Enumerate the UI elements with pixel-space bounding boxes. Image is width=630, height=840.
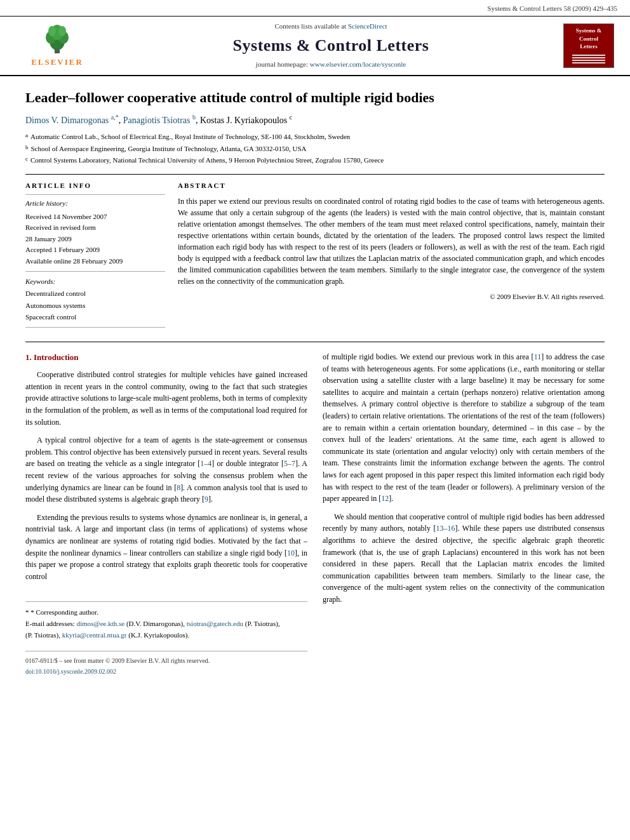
article-title: Leader–follower cooperative attitude con…: [25, 89, 605, 107]
body-content: 1. Introduction Cooperative distributed …: [25, 351, 605, 677]
section-label: Introduction: [34, 352, 79, 362]
abstract-text: In this paper we extend our previous res…: [178, 196, 605, 287]
cover-lines: [570, 53, 608, 65]
intro-title: 1. Introduction: [25, 351, 307, 364]
sciencedirect-link[interactable]: ScienceDirect: [348, 22, 387, 30]
main-content: Leader–follower cooperative attitude con…: [0, 76, 630, 690]
section-number: 1.: [25, 352, 32, 362]
ref-8[interactable]: 8: [177, 483, 180, 492]
history-label: Article history:: [25, 199, 165, 208]
received-date: Received 14 November 2007: [25, 211, 165, 223]
keyword-2: Autonomous systems: [25, 300, 165, 312]
journal-homepage-line: journal homepage: www.elsevier.com/locat…: [108, 60, 554, 69]
ref-5-7[interactable]: 5–7: [284, 459, 295, 468]
svg-point-5: [48, 26, 56, 36]
author-3: Kostas J. Kyriakopoulos c: [200, 116, 292, 125]
bottom-line-1: 0167-6911/$ – see front matter © 2009 El…: [25, 655, 307, 666]
affil-1-text: Automatic Control Lab., School of Electr…: [30, 131, 350, 143]
cover-text: Systems &ControlLetters: [576, 27, 602, 51]
bottom-info: 0167-6911/$ – see front matter © 2009 El…: [25, 651, 307, 677]
logo-container: ELSEVIER: [31, 23, 83, 68]
right-para-1: of multiple rigid bodies. We extend our …: [323, 351, 605, 505]
ref-11[interactable]: 11: [534, 352, 542, 361]
sciencedirect-line: Contents lists available at ScienceDirec…: [108, 22, 554, 31]
svg-point-6: [58, 26, 66, 36]
elsevier-tree-icon: [38, 23, 76, 55]
intro-para-3: Extending the previous results to system…: [25, 512, 307, 583]
journal-cover-area: Systems &ControlLetters: [554, 23, 624, 68]
journal-info-bar: Systems & Control Letters 58 (2009) 429–…: [0, 0, 630, 17]
contents-label: Contents lists available at: [274, 22, 346, 30]
footnote-star: *: [25, 608, 29, 616]
keywords-label: Keywords:: [25, 277, 165, 286]
bottom-line-2[interactable]: doi:10.1016/j.sysconle.2009.02.002: [25, 666, 307, 677]
info-divider-2: [25, 271, 165, 272]
online-date: Available online 28 February 2009: [25, 256, 165, 267]
article-info-col: ARTICLE INFO Article history: Received 1…: [25, 181, 165, 331]
accepted-date: Accepted 1 February 2009: [25, 244, 165, 256]
ref-1-4[interactable]: 1–4: [200, 459, 211, 468]
ref-12[interactable]: 12: [381, 494, 389, 503]
ref-9[interactable]: 9: [204, 495, 208, 503]
journal-header-center: Contents lists available at ScienceDirec…: [108, 22, 554, 69]
keyword-1: Decentralized control: [25, 288, 165, 300]
elsevier-wordmark: ELSEVIER: [31, 57, 83, 68]
affil-3: c Control Systems Laboratory, National T…: [25, 155, 605, 166]
email-2[interactable]: tsiotras@gatech.edu: [187, 620, 243, 627]
authors-line: Dimos V. Dimarogonas a,*, Panagiotis Tsi…: [25, 113, 605, 126]
affil-2: b School of Aerospace Engineering, Georg…: [25, 143, 605, 155]
journal-title: Systems & Control Letters: [108, 34, 554, 57]
intro-para-2: A typical control objective for a team o…: [25, 434, 307, 505]
info-divider-1: [25, 194, 165, 195]
body-divider: [25, 342, 605, 342]
right-para-2: We should mention that cooperative contr…: [323, 511, 605, 606]
affil-3-text: Control Systems Laboratory, National Tec…: [30, 155, 384, 166]
affiliations: a Automatic Control Lab., School of Elec…: [25, 131, 605, 166]
email-label: E-mail addresses:: [25, 620, 75, 627]
homepage-url[interactable]: www.elsevier.com/locate/sysconle: [310, 60, 406, 68]
body-col-left: 1. Introduction Cooperative distributed …: [25, 351, 307, 677]
email-3-name: (K.J. Kyriakopoulos).: [128, 631, 189, 639]
ref-13-16[interactable]: 13–16: [436, 524, 455, 533]
elsevier-logo-area: ELSEVIER: [6, 23, 108, 68]
email-3[interactable]: kkyria@central.ntua.gr: [62, 631, 127, 639]
article-info-title: ARTICLE INFO: [25, 181, 165, 190]
footnote-star-line: * * Corresponding author.: [25, 607, 307, 618]
affil-2-text: School of Aerospace Engineering, Georgia…: [31, 143, 307, 155]
email-3-paren: (P. Tsiotras),: [25, 631, 62, 639]
article-info-abstract: ARTICLE INFO Article history: Received 1…: [25, 181, 605, 331]
author-1[interactable]: Dimos V. Dimarogonas a,*: [25, 116, 119, 125]
body-col-right: of multiple rigid bodies. We extend our …: [323, 351, 605, 677]
main-divider: [25, 174, 605, 175]
keyword-3: Spacecraft control: [25, 311, 165, 323]
footnote-area: * * Corresponding author. E-mail address…: [25, 601, 307, 641]
journal-cover-image: Systems &ControlLetters: [563, 23, 614, 68]
revised-date: Received in revised form28 January 2009: [25, 222, 165, 244]
journal-header: ELSEVIER Contents lists available at Sci…: [0, 17, 630, 76]
info-divider-3: [25, 327, 165, 328]
intro-para-1: Cooperative distributed control strategi…: [25, 369, 307, 428]
corresponding-label: * Corresponding author.: [30, 608, 98, 616]
affil-1: a Automatic Control Lab., School of Elec…: [25, 131, 605, 143]
homepage-label: journal homepage:: [256, 60, 308, 68]
copyright-line: © 2009 Elsevier B.V. All rights reserved…: [178, 292, 605, 302]
email-2-name: (P. Tsiotras),: [245, 620, 280, 627]
email-1-name: (D.V. Dimarogonas),: [126, 620, 185, 627]
journal-citation: Systems & Control Letters 58 (2009) 429–…: [487, 4, 617, 12]
author-2[interactable]: Panagiotis Tsiotras b: [123, 116, 196, 125]
footnote-emails: E-mail addresses: dimos@ee.kth.se (D.V. …: [25, 618, 307, 641]
email-1[interactable]: dimos@ee.kth.se: [77, 620, 125, 627]
ref-10[interactable]: 10: [287, 549, 295, 557]
abstract-col: ABSTRACT In this paper we extend our pre…: [178, 181, 605, 331]
abstract-title: ABSTRACT: [178, 181, 605, 190]
